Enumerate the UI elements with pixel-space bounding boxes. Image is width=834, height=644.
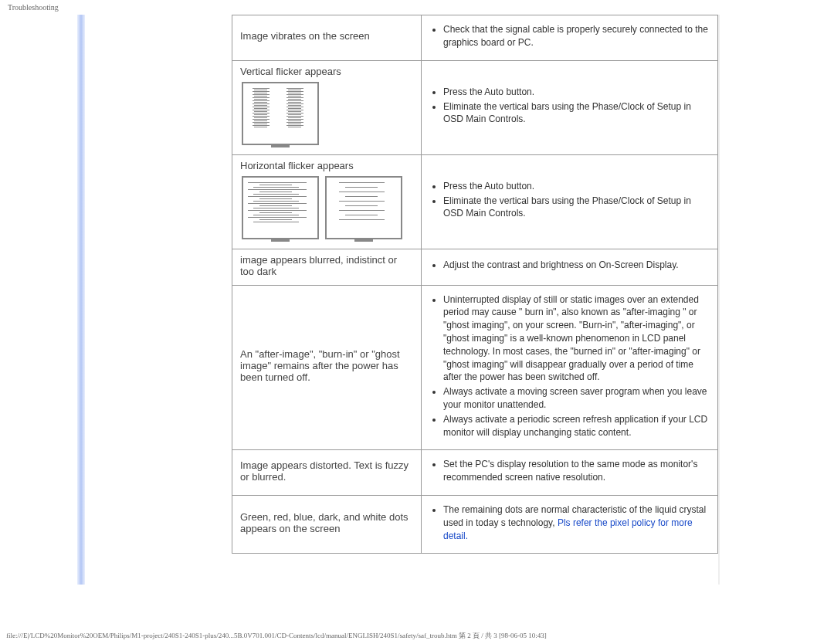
solution-cell: The remaining dots are normal characteri… [422, 495, 718, 553]
problem-cell: Green, red, blue, dark, and white dots a… [232, 495, 422, 553]
table-row: Image appears distorted. Text is fuzzy o… [232, 450, 718, 496]
solution-cell: Uninterrupted display of still or static… [422, 285, 718, 450]
solution-item: Adjust the contrast and brightness on On… [443, 259, 710, 272]
problem-cell: Horizontal flicker appears [232, 154, 422, 249]
content-column: Image vibrates on the screen Check that … [232, 15, 719, 585]
solution-item: Press the Auto button. [443, 86, 710, 99]
problem-text: Vertical flicker appears [240, 66, 341, 77]
table-row: Green, red, blue, dark, and white dots a… [232, 495, 718, 553]
solution-item: The remaining dots are normal characteri… [443, 503, 710, 542]
vertical-flicker-icon [242, 82, 319, 145]
horizontal-flicker-icon [325, 176, 402, 239]
table-row: Horizontal flicker appears Press the Aut… [232, 154, 718, 249]
table-row: Vertical flicker appears Press the Auto … [232, 60, 718, 154]
solution-item: Always activate a periodic screen refres… [443, 413, 710, 439]
solution-cell: Check that the signal cable is properly … [422, 15, 718, 61]
problem-cell: Image appears distorted. Text is fuzzy o… [232, 450, 422, 496]
table-row: image appears blurred, indistinct or too… [232, 249, 718, 285]
solution-item: Press the Auto button. [443, 180, 710, 193]
solution-item: Eliminate the vertical bars using the Ph… [443, 195, 710, 221]
solution-item: Set the PC's display resolution to the s… [443, 458, 710, 484]
main-container: Image vibrates on the screen Check that … [77, 15, 757, 585]
right-spacer [719, 15, 834, 585]
problem-cell: Image vibrates on the screen [232, 15, 422, 61]
problem-cell: image appears blurred, indistinct or too… [232, 249, 422, 285]
solution-item: Eliminate the vertical bars using the Ph… [443, 100, 710, 127]
troubleshooting-table: Image vibrates on the screen Check that … [232, 15, 718, 554]
horizontal-flicker-icon [242, 176, 319, 239]
decorative-bar-left [77, 15, 85, 585]
solution-cell: Press the Auto button. Eliminate the ver… [422, 60, 718, 154]
solution-cell: Set the PC's display resolution to the s… [422, 450, 718, 496]
problem-cell: An "after-image", "burn-in" or "ghost im… [232, 285, 422, 450]
problem-text: Horizontal flicker appears [240, 160, 354, 171]
solution-item: Always activate a moving screen saver pr… [443, 385, 710, 412]
table-row: Image vibrates on the screen Check that … [232, 15, 718, 61]
solution-item: Uninterrupted display of still or static… [443, 293, 710, 385]
solution-item: Check that the signal cable is properly … [443, 23, 710, 49]
page-header: Troubleshooting [0, 0, 834, 15]
table-row: An "after-image", "burn-in" or "ghost im… [232, 285, 718, 450]
left-spacer [85, 15, 232, 585]
solution-cell: Adjust the contrast and brightness on On… [422, 249, 718, 285]
problem-cell: Vertical flicker appears [232, 60, 422, 154]
solution-cell: Press the Auto button. Eliminate the ver… [422, 154, 718, 249]
